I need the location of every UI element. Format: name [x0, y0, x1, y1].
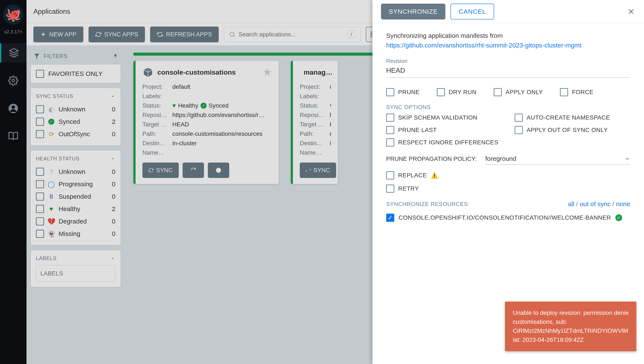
- cancel-button[interactable]: CANCEL: [450, 4, 494, 20]
- close-icon[interactable]: [627, 7, 636, 16]
- policy-select[interactable]: foreground: [485, 153, 630, 165]
- opt-label: AUTO-CREATE NAMESPACE: [526, 114, 610, 121]
- toast-line: customisations, sub:: [513, 318, 628, 326]
- opt-label: SKIP SCHEMA VALIDATION: [398, 114, 477, 121]
- repo-link[interactable]: https://github.com/evanshortiss/rht-summ…: [386, 42, 582, 49]
- opt-label: APPLY ONLY: [506, 89, 543, 96]
- skip-schema-checkbox[interactable]: [386, 114, 394, 122]
- resource-name: CONSOLE.OPENSHIFT.IO/CONSOLENOTIFICATION…: [398, 214, 611, 221]
- sync-resources-heading: SYNCHRONIZE RESOURCES:: [386, 201, 470, 208]
- toast-line: Unable to deploy revision: permission de…: [513, 308, 628, 318]
- revision-label: Revision: [386, 58, 630, 64]
- resource-checkbox[interactable]: ✓: [386, 214, 394, 222]
- policy-value: foreground: [485, 155, 516, 162]
- apply-only-checkbox[interactable]: [494, 88, 502, 96]
- apply-oos-checkbox[interactable]: [515, 126, 523, 134]
- sync-resource-links: all / out of sync / none: [568, 200, 630, 208]
- opt-label: PRUNE LAST: [398, 126, 437, 134]
- opt-label: PRUNE: [398, 89, 420, 96]
- chevron-down-icon: [624, 156, 630, 162]
- replace-checkbox[interactable]: [386, 171, 394, 180]
- opt-label: FORCE: [572, 89, 594, 96]
- link-all[interactable]: all: [568, 200, 574, 208]
- toast-line: iat: 2023-04-26T18:09:42Z: [513, 335, 628, 344]
- error-toast[interactable]: Unable to deploy revision: permission de…: [505, 302, 636, 351]
- policy-label: PRUNE PROPAGATION POLICY:: [386, 156, 477, 162]
- revision-value[interactable]: HEAD: [386, 64, 630, 78]
- dry-run-checkbox[interactable]: [437, 88, 445, 96]
- intro-text: Synchronizing application manifests from…: [386, 31, 630, 50]
- prune-checkbox[interactable]: [386, 88, 394, 96]
- synced-badge-icon: ✓: [615, 214, 622, 221]
- respect-ignore-checkbox[interactable]: [386, 138, 394, 146]
- opt-label: REPLACE: [398, 172, 427, 179]
- resource-row[interactable]: ✓ CONSOLE.OPENSHIFT.IO/CONSOLENOTIFICATI…: [386, 214, 630, 222]
- toast-line: CiRlMzI2MzNhMy1lZTdmLTRiNDYtOWVlM: [513, 326, 628, 335]
- auto-ns-checkbox[interactable]: [515, 114, 523, 122]
- retry-checkbox[interactable]: [386, 184, 394, 193]
- opt-label: DRY RUN: [449, 89, 476, 96]
- panel-header: SYNCHRONIZE CANCEL: [372, 0, 644, 23]
- warning-icon: ⚠️: [430, 172, 438, 179]
- opt-label: APPLY OUT OF SYNC ONLY: [526, 126, 608, 134]
- force-checkbox[interactable]: [560, 88, 568, 96]
- link-none[interactable]: none: [616, 200, 630, 208]
- opt-label: RESPECT IGNORE DIFFERENCES: [398, 139, 498, 146]
- prune-last-checkbox[interactable]: [386, 126, 394, 134]
- link-out-of-sync[interactable]: out of sync: [580, 200, 611, 208]
- synchronize-button[interactable]: SYNCHRONIZE: [381, 4, 445, 20]
- opt-label: RETRY: [398, 185, 419, 192]
- sync-options-heading: SYNC OPTIONS: [386, 104, 630, 110]
